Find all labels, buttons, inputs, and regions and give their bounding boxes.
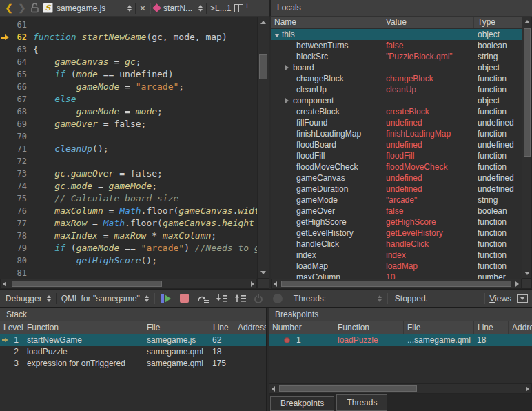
views-menu-icon[interactable] — [517, 294, 528, 303]
scrollbar-thumb[interactable] — [281, 281, 511, 287]
interrupt-button[interactable] — [178, 292, 192, 305]
threads-dropdown-icon[interactable] — [378, 295, 382, 302]
code-line-68[interactable]: gameMode = mode; — [33, 106, 257, 118]
locals-vertical-scrollbar[interactable] — [522, 17, 532, 279]
expander-open-icon[interactable] — [274, 29, 282, 40]
gutter-line-62[interactable]: 62 — [0, 31, 33, 43]
gutter-line-70[interactable]: 70 — [0, 130, 33, 143]
code-line-66[interactable]: gameMode = "arcade"; — [33, 81, 257, 93]
editor-vertical-scrollbar[interactable] — [257, 17, 269, 279]
code-line-71[interactable]: cleanUp(); — [33, 143, 257, 155]
gutter-line-76[interactable]: 76 — [0, 205, 33, 217]
current-symbol-name[interactable]: startN... — [163, 3, 195, 13]
scroll-down-icon[interactable] — [260, 271, 266, 274]
stack-row[interactable]: 3expression for onTriggeredsamegame.qml1… — [0, 358, 266, 370]
locals-row[interactable]: createBlockcreateBlockfunction — [271, 106, 522, 117]
code-line-64[interactable]: gameCanvas = gc; — [33, 56, 257, 68]
locals-row[interactable]: maxColumn10number — [271, 272, 522, 279]
gutter-line-75[interactable]: 75 — [0, 192, 33, 205]
record-button[interactable] — [271, 292, 285, 305]
restart-button[interactable] — [252, 292, 266, 305]
locals-row[interactable]: floodBoardundefinedundefined — [271, 139, 522, 150]
continue-button[interactable] — [159, 292, 173, 305]
gutter-line-71[interactable]: 71 — [0, 143, 33, 155]
engine-dropdown-icon[interactable] — [47, 295, 51, 302]
gutter-line-64[interactable]: 64 — [0, 56, 33, 68]
breakpoint-row[interactable]: 1loadPuzzle...samegame.qml18 — [269, 334, 532, 346]
expander-closed-icon[interactable] — [285, 95, 293, 106]
scroll-right-icon[interactable] — [526, 386, 529, 392]
expander-closed-icon[interactable] — [285, 62, 293, 73]
scroll-up-icon[interactable] — [524, 20, 530, 23]
code-line-63[interactable]: { — [33, 43, 257, 56]
gutter-line-69[interactable]: 69 — [0, 118, 33, 130]
scroll-left-icon[interactable] — [3, 281, 6, 287]
locals-row[interactable]: gameCanvasundefinedundefined — [271, 172, 522, 183]
code-line-78[interactable]: maxIndex = maxRow * maxColumn; — [33, 230, 257, 242]
scroll-left-icon[interactable] — [274, 281, 277, 287]
locals-row[interactable]: getLevelHistorygetLevelHistoryfunction — [271, 228, 522, 239]
code-line-77[interactable]: maxRow = Math.floor(gameCanvas.height — [33, 217, 257, 230]
locals-row[interactable]: floodMoveCheckfloodMoveCheckfunction — [271, 161, 522, 172]
locals-row[interactable]: boardobject — [271, 62, 522, 73]
scrollbar-thumb[interactable] — [12, 281, 162, 287]
locals-row[interactable]: indexindexfunction — [271, 250, 522, 261]
document-dropdown-icon[interactable] — [127, 5, 132, 12]
gutter-line-79[interactable]: 79 — [0, 242, 33, 254]
locals-row[interactable]: gameOverfalseboolean — [271, 206, 522, 217]
back-icon[interactable]: ❮ — [4, 0, 14, 17]
gutter-line-80[interactable]: 80 — [0, 254, 33, 267]
locals-row[interactable]: getHighScoregetHighScorefunction — [271, 217, 522, 228]
debug-target-selector[interactable]: QML for "samegame" — [61, 294, 140, 303]
gutter-line-61[interactable]: 61 — [0, 19, 33, 31]
locals-row[interactable]: betweenTurnsfalseboolean — [271, 40, 522, 51]
code-line-69[interactable]: gameOver = false; — [33, 118, 257, 130]
forward-icon[interactable]: ❯ — [17, 0, 27, 17]
step-into-button[interactable] — [215, 292, 229, 305]
target-dropdown-icon[interactable] — [145, 295, 149, 302]
editor-horizontal-scrollbar[interactable] — [0, 279, 257, 289]
locals-row[interactable]: finishLoadingMapfinishLoadingMapfunction — [271, 128, 522, 139]
step-out-button[interactable] — [234, 292, 247, 305]
locals-row[interactable]: loadMaploadMapfunction — [271, 261, 522, 272]
code-line-80[interactable]: getHighScore(); — [33, 254, 257, 267]
code-line-72[interactable] — [33, 155, 257, 168]
code-line-79[interactable]: if (gameMode == "arcade") //Needs to get — [33, 242, 257, 254]
code-lines[interactable]: function startNewGame(gc, mode, map){ ga… — [33, 19, 257, 279]
scroll-left-icon[interactable] — [272, 386, 275, 392]
gutter-line-72[interactable]: 72 — [0, 155, 33, 168]
code-line-75[interactable]: // Calculate board size — [33, 192, 257, 205]
breakpoints-horizontal-scrollbar[interactable] — [269, 383, 532, 394]
locals-horizontal-scrollbar[interactable] — [271, 279, 522, 289]
stack-row[interactable]: 2loadPuzzlesamegame.qml18 — [0, 346, 266, 358]
code-line-67[interactable]: else — [33, 93, 257, 106]
tab-breakpoints[interactable]: Breakpoints — [270, 396, 334, 411]
gutter-line-74[interactable]: 74 — [0, 180, 33, 192]
scrollbar-thumb[interactable] — [524, 28, 531, 157]
locals-row[interactable]: componentobject — [271, 95, 522, 106]
tab-threads[interactable]: Threads — [336, 394, 387, 411]
open-document-name[interactable]: samegame.js — [57, 3, 124, 13]
scroll-right-icon[interactable] — [515, 281, 519, 287]
locals-row[interactable]: floodFillfloodFillfunction — [271, 150, 522, 161]
locals-row[interactable]: cleanUpcleanUpfunction — [271, 84, 522, 95]
code-line-76[interactable]: maxColumn = Math.floor(gameCanvas.width — [33, 205, 257, 217]
gutter-line-66[interactable]: 66 — [0, 81, 33, 93]
locals-row[interactable]: fillFoundundefinedundefined — [271, 117, 522, 128]
code-line-74[interactable]: gc.mode = gameMode; — [33, 180, 257, 192]
scroll-right-icon[interactable] — [251, 281, 254, 287]
split-editor-icon[interactable] — [234, 4, 243, 12]
locals-row[interactable]: handleClickhandleClickfunction — [271, 239, 522, 250]
gutter-line-73[interactable]: 73 — [0, 168, 33, 180]
locals-row[interactable]: changeBlockchangeBlockfunction — [271, 73, 522, 84]
scroll-up-icon[interactable] — [260, 21, 266, 24]
step-over-button[interactable] — [196, 292, 210, 305]
editor-gutter[interactable]: 6162636465666768697071727374757677787980… — [0, 19, 33, 279]
code-editor[interactable]: 6162636465666768697071727374757677787980… — [0, 17, 269, 289]
code-line-70[interactable] — [33, 130, 257, 143]
code-line-61[interactable] — [33, 19, 257, 31]
code-line-73[interactable]: gc.gameOver = false; — [33, 168, 257, 180]
gutter-line-65[interactable]: 65 — [0, 68, 33, 81]
gutter-line-77[interactable]: 77 — [0, 217, 33, 230]
stack-row[interactable]: 1startNewGamesamegame.js62 — [0, 334, 266, 346]
